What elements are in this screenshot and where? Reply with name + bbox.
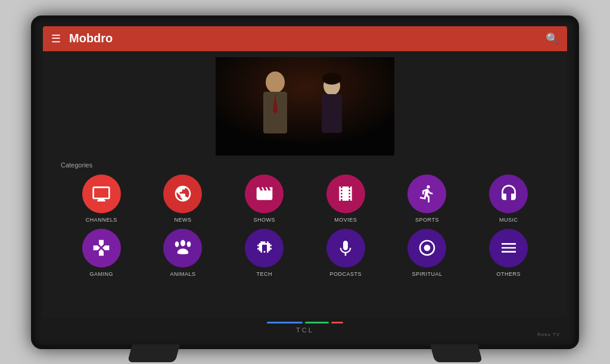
tv-stand-right	[430, 344, 483, 362]
news-label: NEWS	[174, 217, 191, 223]
category-item-gaming[interactable]: GAMING	[61, 229, 142, 277]
category-item-spiritual[interactable]: SPIRITUAL	[387, 229, 468, 277]
music-circle[interactable]	[489, 175, 528, 213]
category-item-news[interactable]: NEWS	[142, 175, 224, 223]
category-item-movies[interactable]: MOVIES	[305, 175, 387, 223]
gaming-circle[interactable]	[82, 229, 121, 267]
content-area: Horror Movies 24/7 + ↑	[43, 51, 567, 318]
tv-brand-name: TCL	[296, 326, 314, 334]
category-item-channels[interactable]: CHANNELS	[61, 175, 142, 223]
category-item-sports[interactable]: SPORTS	[387, 175, 468, 223]
search-icon[interactable]: 🔍	[546, 32, 559, 45]
movies-label: MOVIES	[334, 217, 357, 223]
tech-label: TECH	[256, 271, 272, 277]
svg-rect-7	[216, 57, 394, 155]
indicator-red	[331, 322, 343, 323]
podcasts-label: PODCASTS	[330, 271, 362, 277]
sports-circle[interactable]	[407, 175, 446, 213]
indicator-green	[305, 322, 329, 323]
monitor-icon	[92, 184, 111, 203]
menu-icon	[499, 238, 518, 257]
video-container: Horror Movies 24/7 + ↑	[61, 57, 549, 155]
others-circle[interactable]	[489, 229, 528, 267]
others-label: OTHERS	[496, 271, 521, 277]
podcasts-circle[interactable]	[326, 229, 365, 267]
spiritual-icon	[418, 238, 437, 257]
music-label: MUSIC	[499, 217, 518, 223]
app-title: Mobdro	[69, 32, 546, 45]
tv-outer: ☰ Mobdro 🔍 Horror Movies 24/7 + ↑	[31, 15, 579, 349]
tv-brand: TCL	[296, 326, 314, 334]
spiritual-label: SPIRITUAL	[412, 271, 442, 277]
category-item-podcasts[interactable]: PODCASTS	[305, 229, 387, 277]
category-item-music[interactable]: MUSIC	[468, 175, 549, 223]
clapper-icon	[255, 184, 274, 203]
video-scene	[216, 57, 394, 155]
video-scene-svg	[216, 57, 394, 155]
bike-icon	[418, 184, 437, 203]
headphones-icon	[499, 184, 518, 203]
film-icon	[336, 184, 355, 203]
category-item-others[interactable]: OTHERS	[468, 229, 549, 277]
tv-stand-left	[127, 344, 180, 362]
animals-circle[interactable]	[163, 229, 202, 267]
news-circle[interactable]	[163, 175, 202, 213]
tv-bottom-bar	[43, 321, 567, 325]
gamepad-icon	[92, 238, 111, 257]
movies-circle[interactable]	[326, 175, 365, 213]
shows-label: SHOWS	[253, 217, 275, 223]
tech-circle[interactable]	[245, 229, 284, 267]
indicator-blue	[267, 322, 303, 323]
globe-icon	[173, 184, 192, 203]
shows-circle[interactable]	[245, 175, 284, 213]
categories-label: Categories	[61, 161, 549, 169]
paw-icon	[173, 238, 192, 257]
video-player[interactable]: Horror Movies 24/7 + ↑	[216, 57, 394, 155]
top-bar: ☰ Mobdro 🔍	[43, 26, 567, 51]
mic-icon	[336, 238, 355, 257]
category-item-animals[interactable]: ANIMALS	[142, 229, 224, 277]
channels-label: CHANNELS	[86, 217, 117, 223]
sports-label: SPORTS	[415, 217, 439, 223]
category-item-tech[interactable]: TECH	[223, 229, 305, 277]
chip-icon	[255, 238, 274, 257]
category-item-shows[interactable]: SHOWS	[223, 175, 305, 223]
channels-circle[interactable]	[82, 175, 121, 213]
tv-screen: ☰ Mobdro 🔍 Horror Movies 24/7 + ↑	[43, 26, 567, 318]
hamburger-icon[interactable]: ☰	[51, 32, 61, 45]
categories-grid: CHANNELS NEWS SHOWS	[61, 175, 549, 277]
roku-badge: Roku TV	[537, 332, 560, 337]
animals-label: ANIMALS	[170, 271, 195, 277]
gaming-label: GAMING	[90, 271, 114, 277]
spiritual-circle[interactable]	[407, 229, 446, 267]
